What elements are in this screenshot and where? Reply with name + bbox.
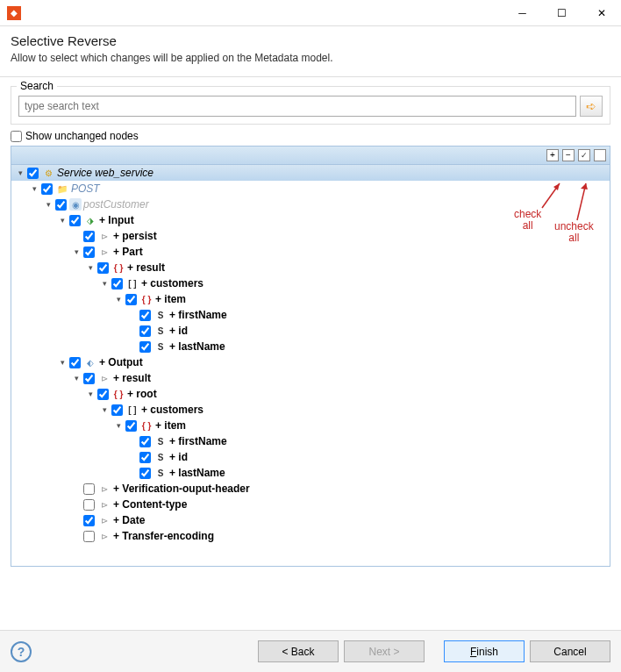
node-checkbox[interactable] [83, 373, 95, 384]
node-label: + firstName [169, 309, 227, 321]
page-description: Allow to select which changes will be ap… [11, 52, 610, 64]
tree-row[interactable]: ▾[ ]+ customers [11, 402, 610, 418]
search-input[interactable] [18, 96, 576, 117]
node-checkbox[interactable] [139, 468, 151, 479]
tree-row[interactable]: ▾◉postCustomer [11, 197, 610, 212]
node-checkbox[interactable] [97, 262, 109, 274]
tree-row[interactable]: S+ id [11, 323, 610, 339]
expander-icon[interactable]: ▾ [43, 199, 54, 210]
tree-row[interactable]: ⊳+ Verification-ouput-header [11, 481, 610, 497]
expander-icon[interactable]: ▾ [71, 247, 82, 257]
tree-row[interactable]: S+ lastName [11, 465, 610, 481]
collapse-all-button[interactable]: − [562, 149, 575, 161]
expander-icon[interactable]: ▾ [113, 294, 124, 304]
tree-row[interactable]: ▾{ }+ item [11, 418, 610, 433]
maximize-button[interactable]: ☐ [542, 0, 582, 26]
node-label: + result [113, 372, 151, 384]
check-all-button[interactable] [578, 149, 590, 161]
tree-row[interactable]: ▾[ ]+ customers [11, 275, 610, 291]
node-checkbox[interactable] [83, 247, 95, 258]
tree-row[interactable]: ▾{ }+ root [11, 386, 610, 402]
expander-icon[interactable]: ▾ [99, 278, 110, 289]
tree-row[interactable]: ▾⊳+ result [11, 370, 610, 386]
tree-row[interactable]: ▾{ }+ item [11, 291, 610, 307]
page-title: Selective Reverse [11, 33, 610, 48]
param-icon: ⊳ [97, 514, 111, 526]
expander-icon[interactable]: ▾ [29, 183, 39, 194]
show-unchanged-checkbox[interactable]: Show unchanged nodes [11, 130, 610, 142]
tree-row[interactable]: ⊳+ persist [11, 228, 610, 244]
node-checkbox[interactable] [125, 294, 137, 305]
node-checkbox[interactable] [111, 278, 123, 290]
tree-row[interactable]: S+ id [11, 449, 610, 465]
show-unchanged-input[interactable] [11, 131, 22, 142]
app-icon: ◆ [7, 6, 21, 20]
node-label: + persist [113, 230, 157, 242]
expander-icon[interactable]: ▾ [71, 373, 82, 383]
expander-icon[interactable]: ▾ [99, 404, 110, 415]
tree-row[interactable]: ⊳+ Transfer-encoding [11, 528, 610, 544]
minimize-button[interactable]: ─ [503, 0, 542, 26]
expander-icon[interactable]: ▾ [57, 357, 68, 368]
tree-row[interactable]: ▾⬗+ Input [11, 212, 610, 228]
node-checkbox[interactable] [27, 168, 39, 179]
node-label: POST [71, 182, 100, 195]
node-checkbox[interactable] [139, 341, 151, 353]
expander-icon[interactable]: ▾ [57, 215, 68, 225]
help-button[interactable]: ? [11, 641, 32, 662]
back-button[interactable]: < Back [258, 640, 339, 662]
node-checkbox[interactable] [139, 452, 151, 463]
tree-row[interactable]: ⊳+ Date [11, 512, 610, 528]
node-checkbox[interactable] [83, 515, 95, 526]
braces-icon: { } [139, 419, 153, 432]
tree-row[interactable]: S+ firstName [11, 433, 610, 449]
node-label: + Part [113, 246, 143, 258]
tree-row[interactable]: S+ firstName [11, 307, 610, 323]
braces-icon: { } [111, 261, 125, 274]
node-checkbox[interactable] [111, 404, 123, 416]
braces-icon: { } [111, 388, 125, 400]
node-checkbox[interactable] [69, 215, 81, 226]
expander-icon[interactable]: ▾ [15, 168, 25, 178]
cancel-button[interactable]: Cancel [530, 640, 610, 662]
str-icon: S [153, 340, 168, 353]
node-label: + customers [141, 277, 203, 290]
tree-row[interactable]: S+ lastName [11, 339, 610, 354]
str-icon: S [153, 325, 168, 337]
expander-icon[interactable]: ▾ [85, 389, 96, 399]
finish-button[interactable]: Finish [444, 640, 525, 662]
node-checkbox[interactable] [83, 499, 95, 511]
expand-all-button[interactable]: + [546, 149, 559, 161]
node-checkbox[interactable] [125, 420, 137, 432]
next-button[interactable]: Next > [344, 640, 425, 662]
expander-icon[interactable]: ▾ [113, 420, 124, 431]
button-bar: ? < Back Next > Finish Cancel [0, 630, 621, 672]
node-checkbox[interactable] [97, 389, 109, 400]
wizard-header: Selective Reverse Allow to select which … [0, 26, 621, 77]
node-checkbox[interactable] [83, 231, 95, 242]
expander-icon[interactable]: ▾ [85, 262, 96, 273]
node-checkbox[interactable] [55, 199, 67, 211]
param-icon: ⊳ [97, 530, 111, 542]
node-label: Service web_service [57, 167, 153, 179]
param-icon: ⊳ [97, 483, 111, 495]
search-go-button[interactable]: ➪ [580, 96, 603, 117]
tree-row[interactable]: ▾📁POST [11, 181, 610, 197]
node-checkbox[interactable] [41, 183, 53, 195]
tree-row[interactable]: ▾⚙Service web_service [11, 165, 610, 181]
tree-row[interactable]: ⊳+ Content-type [11, 497, 610, 512]
node-checkbox[interactable] [139, 436, 151, 447]
node-checkbox[interactable] [139, 325, 151, 337]
tree-row[interactable]: ▾{ }+ result [11, 260, 610, 275]
node-checkbox[interactable] [83, 483, 95, 495]
uncheck-all-button[interactable] [594, 149, 606, 161]
node-checkbox[interactable] [69, 357, 81, 368]
tree-row[interactable]: ▾⊳+ Part [11, 244, 610, 260]
node-checkbox[interactable] [83, 531, 95, 542]
tree-view[interactable]: ▾⚙Service web_service▾📁POST▾◉postCustome… [11, 165, 610, 567]
node-label: + result [127, 261, 165, 274]
close-button[interactable]: ✕ [582, 0, 621, 26]
tree-row[interactable]: ▾⬖+ Output [11, 354, 610, 370]
node-checkbox[interactable] [139, 310, 151, 321]
tree-toolbar: + − [11, 146, 610, 165]
